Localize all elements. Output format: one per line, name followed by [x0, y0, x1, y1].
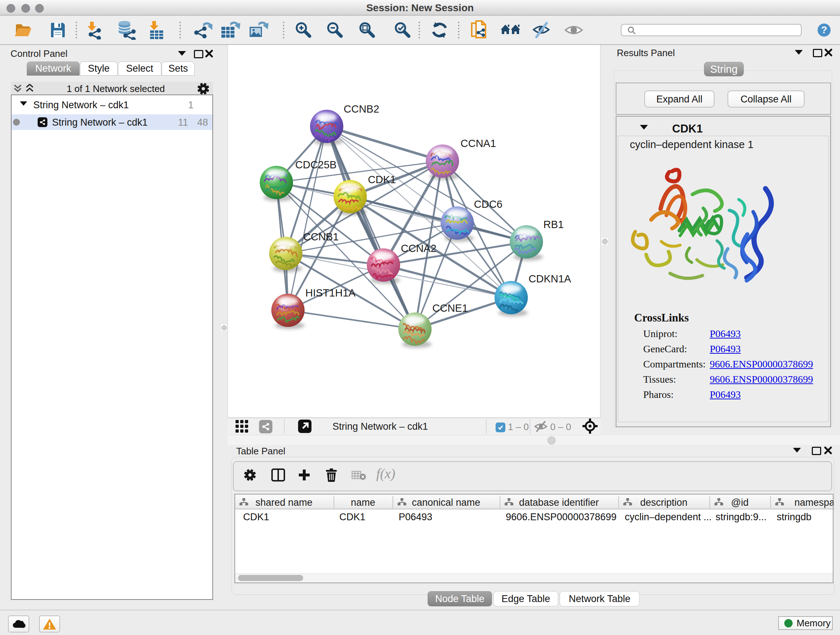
svg-text:CCNB1: CCNB1 [303, 231, 339, 242]
svg-text:CCNA2: CCNA2 [401, 242, 436, 254]
svg-text:CDC25B: CDC25B [295, 159, 336, 171]
svg-text:CDK1: CDK1 [368, 174, 396, 185]
svg-text:CCNE1: CCNE1 [432, 302, 468, 314]
svg-text:HIST1H1A: HIST1H1A [305, 287, 355, 299]
svg-text:CCNA1: CCNA1 [461, 138, 496, 149]
svg-text:RB1: RB1 [543, 219, 564, 230]
svg-text:CDKN1A: CDKN1A [529, 273, 571, 285]
svg-text:CCNB2: CCNB2 [344, 103, 379, 115]
svg-text:CDC6: CDC6 [474, 198, 502, 210]
